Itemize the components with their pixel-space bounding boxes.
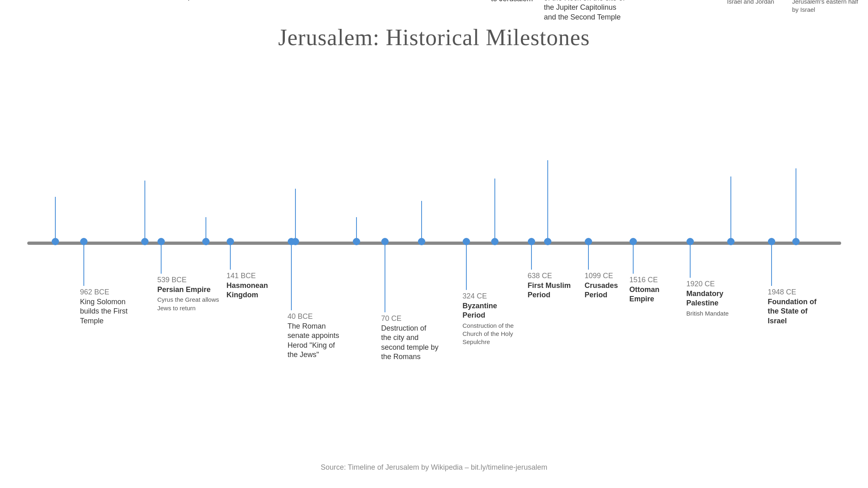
- event-text-hasmonean: 141 BCEHasmonean Kingdom: [227, 272, 298, 300]
- event-text-foundation-israel: 1948 CEFoundation of the State of Israel: [768, 288, 839, 326]
- event-title-foundation-israel: Foundation of the State of Israel: [768, 297, 839, 326]
- event-title-herod: The Roman senate appoints Herod "King of…: [288, 322, 359, 360]
- connector-king-solomon: [83, 245, 84, 286]
- event-text-destruction-70: 70 CEDestruction of the city and second …: [381, 314, 453, 362]
- connector-herod: [291, 245, 292, 310]
- event-desc-persian-empire: Cyrus the Great allows Jews to return: [157, 296, 229, 312]
- dot-dome-of-rock: [544, 238, 551, 245]
- event-year-herod: 40 BCE: [288, 312, 359, 321]
- event-text-neo-assyrian: 586 BCENeo-Assyrian and Neo- Babylonian …: [141, 0, 208, 2]
- event-year-foundation-israel: 1948 CE: [768, 288, 839, 296]
- dot-muhammads-journey: [491, 238, 498, 245]
- event-year-persian-empire: 539 BCE: [157, 276, 229, 284]
- connector-jerusalem-rebuilt: [421, 201, 422, 242]
- event-text-crusades: 1099 CECrusades Period: [585, 272, 656, 300]
- event-text-un-partition: 1947 CEUN Partition PlanPartition plan o…: [727, 0, 794, 6]
- event-desc-israeli-period: Six Days War and annexation of Jerusalem…: [792, 0, 859, 14]
- dot-persian-empire: [157, 238, 165, 245]
- connector-neo-assyrian: [144, 181, 145, 242]
- dot-jesus: [353, 238, 360, 245]
- event-desc-byzantine: Construction of the Church of the Holy S…: [463, 322, 534, 346]
- event-text-herod: 40 BCEThe Roman senate appoints Herod "K…: [288, 312, 359, 360]
- event-title-destruction-70: Destruction of the city and second templ…: [381, 324, 453, 362]
- connector-ottoman: [633, 245, 634, 274]
- dot-king-solomon: [80, 238, 87, 245]
- event-year-crusades: 1099 CE: [585, 272, 656, 280]
- event-text-mandatory-palestine: 1920 CEMandatory PalestineBritish Mandat…: [687, 280, 758, 318]
- connector-israeli-period: [796, 168, 796, 242]
- connector-crusades: [588, 245, 589, 270]
- event-text-dome-of-rock: 691 CECompletion of the Dome of the Rock…: [544, 0, 625, 22]
- dot-first-muslim: [528, 238, 535, 245]
- connector-first-muslim: [531, 245, 532, 270]
- dot-un-partition: [727, 238, 735, 245]
- dot-hasmonean: [227, 238, 234, 245]
- dot-neo-assyrian: [141, 238, 149, 245]
- event-desc-un-partition: Partition plan of Jerusalem between Isra…: [727, 0, 794, 6]
- event-title-hasmonean: Hasmonean Kingdom: [227, 281, 298, 300]
- event-title-byzantine: Byzantine Period: [463, 301, 534, 320]
- event-text-king-solomon: 962 BCEKing Solomon builds the First Tem…: [80, 288, 151, 326]
- event-title-dome-of-rock: Completion of the Dome of the Rock on th…: [544, 0, 625, 22]
- connector-foundation-israel: [771, 245, 772, 286]
- connector-roman-period: [295, 189, 296, 242]
- connector-house-of-david: [55, 197, 56, 242]
- dot-byzantine: [463, 238, 470, 245]
- source-text: Source: Timeline of Jerusalem by Wikiped…: [321, 463, 547, 472]
- event-text-persian-empire: 539 BCEPersian EmpireCyrus the Great all…: [157, 276, 229, 312]
- dot-crusades: [585, 238, 592, 245]
- dot-destruction-70: [381, 238, 389, 245]
- event-title-crusades: Crusades Period: [585, 281, 656, 300]
- dot-jerusalem-rebuilt: [418, 238, 425, 245]
- event-year-king-solomon: 962 BCE: [80, 288, 151, 296]
- connector-destruction-70: [385, 245, 385, 312]
- event-year-hasmonean: 141 BCE: [227, 272, 298, 280]
- event-year-byzantine: 324 CE: [463, 292, 534, 301]
- connector-mandatory-palestine: [690, 245, 691, 278]
- dot-herod: [288, 238, 295, 245]
- event-text-israeli-period: 1967 CEIsraeli PeriodSix Days War and an…: [792, 0, 859, 14]
- event-desc-mandatory-palestine: British Mandate: [687, 309, 758, 318]
- dot-mandatory-palestine: [687, 238, 694, 245]
- event-title-king-solomon: King Solomon builds the First Temple: [80, 297, 151, 326]
- page-title: Jerusalem: Historical Milestones: [0, 0, 868, 50]
- dot-house-of-david: [52, 238, 59, 245]
- event-text-byzantine: 324 CEByzantine PeriodConstruction of th…: [463, 292, 534, 346]
- event-year-mandatory-palestine: 1920 CE: [687, 280, 758, 288]
- event-title-mandatory-palestine: Mandatory Palestine: [687, 289, 758, 308]
- dot-israeli-period: [792, 238, 800, 245]
- dot-ottoman: [630, 238, 637, 245]
- event-desc-neo-assyrian: Destruction of the city and the First Te…: [141, 0, 208, 2]
- connector-persian-empire: [161, 245, 162, 274]
- connector-hasmonean: [230, 245, 231, 270]
- dot-foundation-israel: [768, 238, 775, 245]
- dot-second-temple: [202, 238, 210, 245]
- connector-un-partition: [730, 176, 731, 242]
- connector-byzantine: [466, 245, 467, 290]
- timeline-line: [27, 242, 841, 245]
- event-year-destruction-70: 70 CE: [381, 314, 453, 323]
- event-title-persian-empire: Persian Empire: [157, 285, 229, 294]
- connector-dome-of-rock: [547, 160, 548, 242]
- connector-muhammads-journey: [494, 179, 495, 242]
